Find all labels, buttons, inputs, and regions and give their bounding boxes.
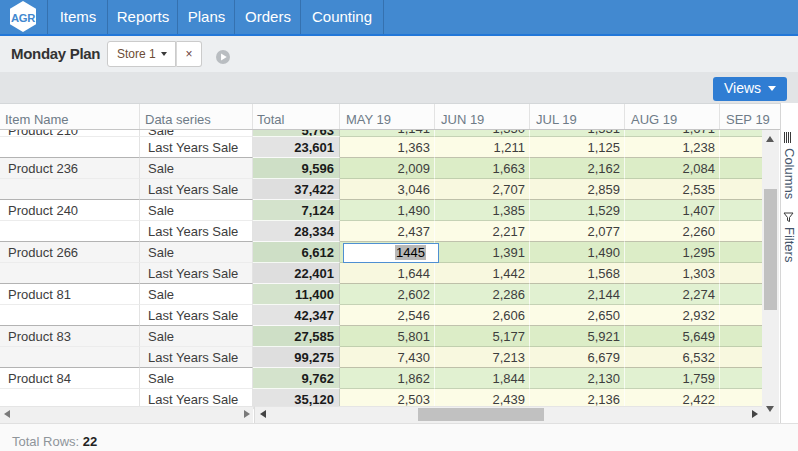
svg-text:AGR: AGR: [11, 12, 35, 24]
